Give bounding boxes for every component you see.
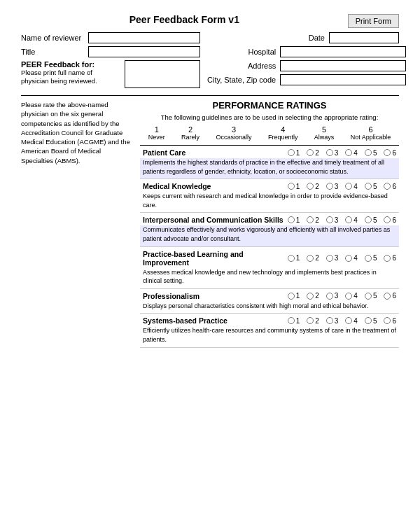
scale-label-4: Frequently [268,134,298,141]
date-label: Date [309,34,325,42]
category-desc: Keeps current with research and medical … [140,192,399,212]
radio-option-2[interactable]: 2 [307,149,319,157]
radio-option-6[interactable]: 6 [384,292,396,300]
category-name: Practice-based Learning and Improvement [143,250,285,267]
left-description: Please rate the above-named physician on… [21,100,133,348]
rating-category: Patient Care123456Implements the highest… [140,146,399,179]
form-title: Peer Feedback Form v1 [21,14,348,25]
title-label: Title [21,48,84,56]
performance-ratings-subtitle: The following guidelines are to be used … [140,113,399,121]
radio-option-2[interactable]: 2 [307,254,319,262]
category-desc: Assesses medical knowledge and new techn… [140,268,399,288]
radio-option-4[interactable]: 4 [345,216,358,224]
scale-label-2: Rarely [181,134,200,141]
category-desc: Efficiently utilizes health-care resourc… [140,326,399,346]
category-desc: Implements the highest standards of prac… [140,158,399,178]
radio-option-3[interactable]: 3 [326,149,339,157]
radio-option-6[interactable]: 6 [384,317,396,325]
peer-feedback-sub: Please print full name of physician bein… [21,69,120,86]
radio-option-5[interactable]: 5 [365,292,377,300]
radio-option-3[interactable]: 3 [326,216,339,224]
hospital-label: Hospital [248,48,276,56]
category-desc: Displays personal characteristics consis… [140,302,399,314]
name-of-reviewer-label: Name of reviewer [21,34,84,42]
peer-feedback-label: PEER Feedback for: [21,60,120,69]
scale-label-3: Occasionally [216,134,252,141]
scale-label-1: Never [148,134,165,141]
radio-option-5[interactable]: 5 [365,216,377,224]
radio-option-6[interactable]: 6 [384,183,396,190]
radio-option-5[interactable]: 5 [365,317,377,325]
scale-num-2: 2 [181,125,200,134]
scale-num-5: 5 [314,125,335,134]
radio-option-2[interactable]: 2 [307,216,319,224]
radio-option-6[interactable]: 6 [384,216,396,224]
category-name: Professionalism [143,292,285,300]
address-label: Address [248,62,276,70]
radio-option-6[interactable]: 6 [384,149,396,157]
category-name: Interpersonal and Communication Skills [143,216,285,224]
scale-num-4: 4 [268,125,298,134]
rating-category: Practice-based Learning and Improvement1… [140,247,399,289]
radio-option-4[interactable]: 4 [345,317,358,325]
scale-num-1: 1 [148,125,165,134]
radio-option-1[interactable]: 1 [288,292,300,300]
radio-option-1[interactable]: 1 [288,183,300,190]
radio-option-4[interactable]: 4 [345,254,358,262]
radio-option-3[interactable]: 3 [326,183,339,190]
radio-option-5[interactable]: 5 [365,183,377,190]
scale-label-5: Always [314,134,335,141]
radio-option-5[interactable]: 5 [365,254,377,262]
radio-option-4[interactable]: 4 [345,292,358,300]
scale-num-6: 6 [351,125,391,134]
radio-option-4[interactable]: 4 [345,183,358,190]
scale-label-6: Not Applicable [351,134,391,141]
rating-category: Systems-based Practice123456Efficiently … [140,314,399,347]
radio-option-3[interactable]: 3 [326,317,339,325]
radio-option-2[interactable]: 2 [307,183,319,190]
scale-num-3: 3 [216,125,252,134]
rating-category: Interpersonal and Communication Skills12… [140,213,399,246]
category-name: Systems-based Practice [143,316,285,325]
radio-option-2[interactable]: 2 [307,292,319,300]
address-input[interactable] [280,60,406,71]
rating-category: Professionalism123456Displays personal c… [140,289,399,314]
radio-option-1[interactable]: 1 [288,149,300,157]
peer-feedback-input[interactable] [125,60,200,88]
radio-option-4[interactable]: 4 [345,149,358,157]
performance-ratings-title: PERFORMANCE RATINGS [140,100,399,111]
city-label: City, State, Zip code [207,76,276,84]
radio-option-3[interactable]: 3 [326,292,339,300]
category-name: Medical Knowledge [143,182,285,190]
radio-option-1[interactable]: 1 [288,254,300,262]
name-of-reviewer-input[interactable] [88,32,200,43]
radio-option-1[interactable]: 1 [288,317,300,325]
city-input[interactable] [280,74,406,85]
radio-option-5[interactable]: 5 [365,149,377,157]
category-desc: Communicates effectively and works vigor… [140,225,399,246]
radio-option-6[interactable]: 6 [384,254,396,262]
print-button[interactable]: Print Form [348,14,399,28]
radio-option-3[interactable]: 3 [326,254,339,262]
radio-option-1[interactable]: 1 [288,216,300,224]
date-input[interactable] [329,32,399,43]
rating-category: Medical Knowledge123456Keeps current wit… [140,179,399,213]
title-input[interactable] [88,46,200,57]
hospital-input[interactable] [280,46,406,57]
category-name: Patient Care [143,148,285,157]
radio-option-2[interactable]: 2 [307,317,319,325]
